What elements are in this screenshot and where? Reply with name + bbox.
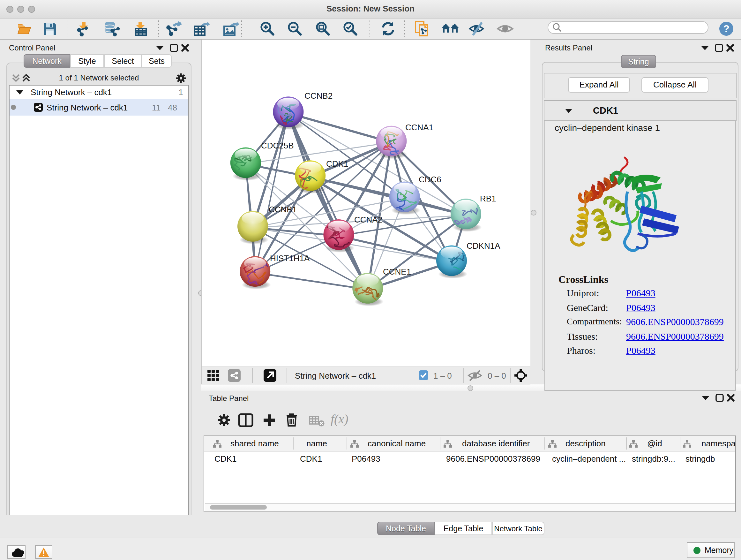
svg-text:CDKN1A: CDKN1A [467, 241, 500, 251]
svg-text:CDK1: CDK1 [326, 159, 348, 169]
svg-text:CCNB1: CCNB1 [269, 205, 297, 214]
svg-text:CDC6: CDC6 [419, 175, 441, 184]
svg-text:?: ? [723, 23, 730, 35]
svg-text:CCNB2: CCNB2 [305, 91, 333, 101]
svg-text:CCNA1: CCNA1 [405, 123, 433, 132]
svg-text:CDC25B: CDC25B [261, 141, 294, 150]
svg-text:CCNA2: CCNA2 [354, 215, 382, 225]
svg-text:CCNE1: CCNE1 [383, 267, 411, 276]
svg-text:HIST1H1A: HIST1H1A [270, 253, 310, 263]
svg-text:RB1: RB1 [480, 194, 496, 203]
